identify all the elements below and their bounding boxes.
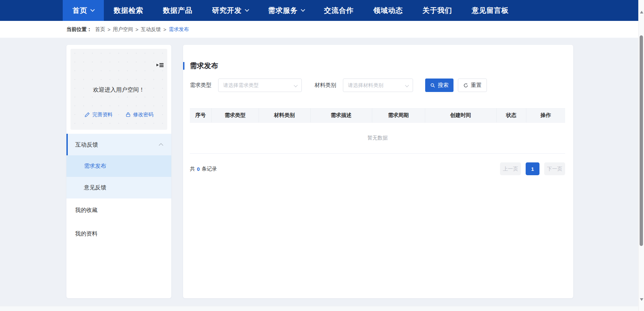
chevron-down-icon: [245, 7, 249, 12]
demand-type-placeholder: 请选择需求类型: [223, 82, 259, 89]
horizontal-scrollbar[interactable]: [0, 306, 638, 311]
col-header-demand-type: 需求类型: [211, 108, 259, 123]
sidebar-menu: 互动反馈 需求发布 意见反馈 我的收藏 我的资料: [66, 134, 171, 246]
col-header-created-time: 创建时间: [425, 108, 496, 123]
col-header-demand-description: 需求描述: [310, 108, 372, 123]
sidebar-item-label: 我的收藏: [75, 207, 97, 214]
breadcrumb-prefix: 当前位置：: [66, 26, 92, 33]
edit-icon: [84, 112, 90, 118]
table-header-row: 序号 需求类型 材料类别 需求描述 需求周期 创建时间 状态 操作: [190, 108, 565, 123]
breadcrumb-link-user-space[interactable]: 用户空间: [113, 26, 133, 33]
chevron-down-icon: [294, 83, 297, 87]
demand-type-label: 需求类型: [190, 82, 211, 89]
search-button-label: 搜索: [438, 82, 449, 89]
nav-item-research[interactable]: 研究开发: [202, 0, 258, 21]
welcome-links: 完善资料 修改密码: [70, 112, 167, 118]
total-prefix: 共: [190, 166, 195, 172]
sidebar-item-label: 我的资料: [75, 230, 97, 238]
chevron-down-icon: [405, 83, 409, 87]
nav-item-cooperation[interactable]: 交流合作: [314, 0, 363, 21]
sidebar-item-opinion-feedback[interactable]: 意见反馈: [66, 177, 171, 198]
scroll-down-arrow[interactable]: [640, 298, 643, 301]
nav-item-home[interactable]: 首页: [63, 0, 104, 21]
nav-item-data-search[interactable]: 数据检索: [104, 0, 153, 21]
nav-item-label: 需求服务: [268, 6, 298, 15]
sidebar-item-my-favorites[interactable]: 我的收藏: [66, 198, 171, 222]
nav-item-label: 数据检索: [114, 6, 143, 15]
breadcrumb-current[interactable]: 需求发布: [169, 26, 189, 33]
breadcrumb-link-feedback[interactable]: 互动反馈: [141, 26, 161, 33]
sidebar-group-label: 互动反馈: [75, 141, 98, 149]
change-password-link[interactable]: 修改密码: [125, 112, 153, 118]
reset-button-label: 重置: [471, 82, 482, 89]
lock-icon: [125, 112, 131, 118]
scroll-up-arrow[interactable]: [640, 11, 643, 13]
demand-table: 序号 需求类型 材料类别 需求描述 需求周期 创建时间 状态 操作 暂无数据: [190, 108, 565, 154]
table-empty-row: 暂无数据: [190, 123, 565, 154]
material-category-select[interactable]: 请选择材料类别: [343, 79, 413, 92]
chevron-down-icon: [301, 7, 305, 12]
nav-item-label: 数据产品: [163, 6, 193, 15]
page-title: 需求发布: [190, 61, 218, 70]
filter-row: 需求类型 请选择需求类型 材料类别 请选择材料类别: [183, 79, 573, 92]
col-header-material-category: 材料类别: [259, 108, 310, 123]
total-suffix: 条记录: [202, 166, 217, 172]
sidebar-item-label: 需求发布: [84, 162, 106, 170]
nav-item-label: 领域动态: [373, 6, 403, 15]
breadcrumb-separator: >: [108, 27, 111, 32]
welcome-panel: 欢迎进入用户空间！ 完善资料: [70, 49, 167, 130]
nav-item-about-us[interactable]: 关于我们: [413, 0, 462, 21]
top-navbar: 首页 数据检索 数据产品 研究开发 需求服务 交流合作 领域动态 关于我们 意见…: [0, 0, 638, 21]
col-header-demand-period: 需求周期: [372, 108, 425, 123]
col-header-index: 序号: [190, 108, 211, 123]
complete-profile-label: 完善资料: [92, 112, 113, 118]
title-accent-bar: [183, 62, 184, 70]
sidebar-item-my-profile[interactable]: 我的资料: [66, 222, 171, 246]
nav-item-data-products[interactable]: 数据产品: [153, 0, 202, 21]
breadcrumb-separator: >: [136, 27, 139, 32]
nav-item-label: 关于我们: [422, 6, 452, 15]
nav-item-label: 首页: [72, 6, 87, 15]
pagination: 共 0 条记录 上一页 1 下一页: [190, 162, 565, 175]
search-button[interactable]: 搜索: [425, 79, 453, 92]
col-header-actions: 操作: [526, 108, 565, 123]
pager-buttons: 上一页 1 下一页: [500, 162, 565, 175]
content-container: 欢迎进入用户空间！ 完善资料: [0, 38, 638, 298]
chevron-down-icon: [90, 7, 95, 12]
total-count: 0: [197, 166, 200, 172]
breadcrumb: 当前位置： 首页 > 用户空间 > 互动反馈 > 需求发布: [0, 21, 638, 38]
demand-type-select[interactable]: 请选择需求类型: [218, 79, 302, 92]
material-category-placeholder: 请选择材料类别: [348, 82, 383, 89]
search-icon: [430, 83, 435, 88]
empty-state-text: 暂无数据: [190, 123, 565, 154]
page-number-button[interactable]: 1: [526, 162, 539, 175]
sidebar-item-label: 意见反馈: [84, 184, 106, 191]
sidebar-group-interactive-feedback[interactable]: 互动反馈: [66, 134, 171, 155]
vertical-scrollbar[interactable]: [638, 0, 644, 311]
col-header-status: 状态: [496, 108, 526, 123]
change-password-label: 修改密码: [133, 112, 153, 118]
prev-page-button[interactable]: 上一页: [500, 162, 521, 175]
complete-profile-link[interactable]: 完善资料: [84, 112, 113, 118]
nav-item-demand-services[interactable]: 需求服务: [258, 0, 314, 21]
breadcrumb-separator: >: [164, 27, 167, 32]
title-row: 需求发布: [183, 61, 573, 70]
nav-item-label: 研究开发: [212, 6, 242, 15]
chevron-up-icon: [159, 143, 163, 148]
reset-button[interactable]: 重置: [458, 79, 487, 92]
refresh-icon: [463, 83, 468, 88]
nav-item-label: 意见留言板: [472, 6, 509, 15]
welcome-message: 欢迎进入用户空间！: [70, 86, 167, 94]
scrollbar-thumb[interactable]: [640, 35, 643, 246]
breadcrumb-link-home[interactable]: 首页: [95, 26, 105, 33]
page-background: 欢迎进入用户空间！ 完善资料: [0, 38, 638, 311]
nav-item-label: 交流合作: [324, 6, 354, 15]
material-category-label: 材料类别: [315, 82, 336, 89]
record-total: 共 0 条记录: [190, 166, 217, 172]
collapse-menu-icon[interactable]: [156, 62, 164, 68]
nav-item-message-board[interactable]: 意见留言板: [462, 0, 519, 21]
sidebar-item-demand-publish[interactable]: 需求发布: [66, 155, 171, 177]
nav-item-field-news[interactable]: 领域动态: [363, 0, 413, 21]
next-page-button[interactable]: 下一页: [544, 162, 565, 175]
sidebar: 欢迎进入用户空间！ 完善资料: [66, 45, 171, 298]
